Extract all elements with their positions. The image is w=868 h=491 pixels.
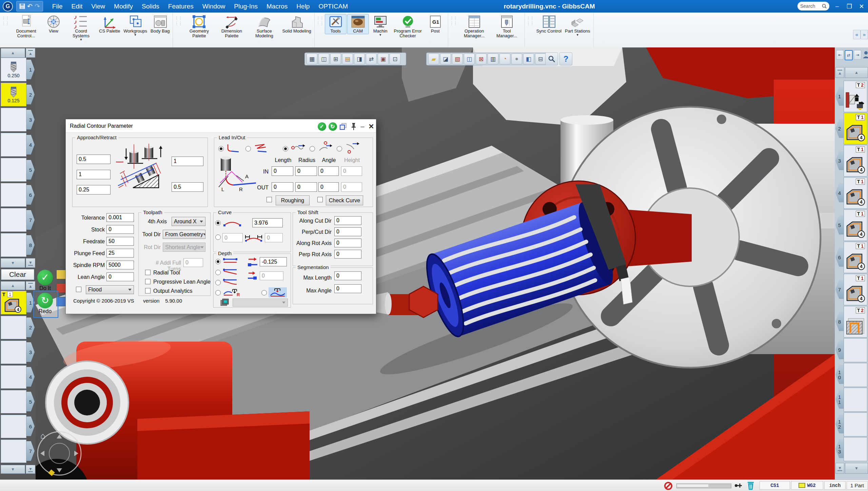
layers-icon[interactable] bbox=[220, 298, 231, 307]
op-slot-3-tab[interactable]: 3 bbox=[26, 342, 35, 362]
menu-window[interactable]: Window bbox=[198, 0, 230, 13]
tool-manager-button[interactable]: Tool Manager... bbox=[491, 14, 523, 39]
sync-left-icon[interactable]: ⇤ bbox=[836, 50, 844, 60]
help-icon[interactable]: ? bbox=[559, 53, 572, 65]
output-analytics-checkbox[interactable] bbox=[145, 288, 151, 293]
scroll-top-icon[interactable]: ▲ bbox=[26, 48, 35, 58]
op-slot-7-tab[interactable]: 7 bbox=[26, 441, 35, 461]
op-slot-6[interactable] bbox=[1, 415, 26, 438]
op-slot-2[interactable] bbox=[1, 316, 26, 339]
approach-cp2-field[interactable] bbox=[77, 170, 111, 179]
sphere-view-icon[interactable]: ● bbox=[511, 54, 522, 64]
trash-icon[interactable] bbox=[747, 481, 755, 490]
op-tile-10-empty[interactable] bbox=[844, 363, 867, 387]
lead-style-3-radio[interactable] bbox=[337, 146, 342, 151]
scroll-bottom-icon[interactable]: ▼ bbox=[835, 463, 844, 474]
scroll-up-icon[interactable]: ▲ bbox=[1, 48, 25, 58]
tool-dir-dropdown[interactable]: From Geometry bbox=[163, 230, 205, 239]
geometry-palette-button[interactable]: Geometry Palette bbox=[183, 14, 215, 39]
lead-style-1-radio[interactable] bbox=[283, 146, 288, 151]
retract-cp2-field[interactable] bbox=[172, 182, 203, 192]
op-slot-3[interactable] bbox=[1, 341, 26, 364]
op-slot-5[interactable] bbox=[1, 390, 26, 413]
tool-slot-4[interactable] bbox=[1, 133, 26, 157]
menu-macros[interactable]: Macros bbox=[262, 0, 292, 13]
coolant-checkbox[interactable] bbox=[76, 287, 81, 292]
menu-features[interactable]: Features bbox=[164, 0, 198, 13]
navigation-ball[interactable]: ⌂ bbox=[36, 427, 124, 479]
scroll-bottom-icon[interactable]: ▼ bbox=[26, 258, 35, 268]
pane-view-icon[interactable]: ◫ bbox=[464, 54, 475, 64]
redo-icon[interactable]: ↷ bbox=[35, 3, 40, 9]
tool-slot-5[interactable] bbox=[1, 158, 26, 182]
group-drag-handle[interactable]: ⋮⋮⋮⋮ bbox=[1, 16, 9, 26]
scroll-bottom-icon[interactable]: ▼ bbox=[26, 465, 35, 474]
dialog-redo-icon[interactable]: ↻ bbox=[328, 122, 337, 131]
op-tile-7-tab[interactable]: 7 bbox=[835, 280, 844, 299]
lead-out-radius-field[interactable] bbox=[295, 182, 317, 192]
op-tile-11-empty[interactable] bbox=[844, 388, 867, 412]
interrupt-icon[interactable] bbox=[664, 482, 673, 490]
op-tile-13-tab[interactable]: 13 bbox=[835, 439, 844, 458]
minus-pane-icon[interactable]: ⊟ bbox=[535, 54, 546, 64]
curve-full-radio[interactable] bbox=[215, 220, 221, 226]
dialog-accept-icon[interactable]: ✓ bbox=[317, 122, 326, 131]
view-grid-icon[interactable]: ▦ bbox=[307, 54, 317, 64]
approach-cp1-field[interactable] bbox=[77, 155, 111, 164]
scroll-top-icon[interactable]: ▲ bbox=[835, 67, 844, 78]
view-swap-icon[interactable]: ⇄ bbox=[366, 54, 377, 64]
dimension-palette-button[interactable]: Dimension Palette bbox=[216, 14, 248, 39]
save-icon[interactable] bbox=[19, 3, 25, 9]
op-tile-11-tab[interactable]: 11 bbox=[835, 390, 844, 409]
plunge-feed-field[interactable] bbox=[106, 249, 134, 258]
radial-tool-checkbox[interactable] bbox=[145, 270, 151, 275]
tool-slot-1[interactable]: 0.250 bbox=[1, 58, 26, 81]
solid-modeling-button[interactable]: Solid Modeling bbox=[281, 14, 312, 34]
sync-control-button[interactable]: Sync Control bbox=[535, 14, 563, 34]
op-tile-8-tab[interactable]: 8 bbox=[835, 312, 844, 331]
op-tile-1-turning[interactable]: T2 bbox=[844, 81, 867, 112]
op-tile-8-drilling[interactable]: T2 bbox=[844, 306, 867, 337]
workgroup-indicator[interactable]: WG2 bbox=[791, 481, 823, 490]
op-tile-3-tab[interactable]: 3 bbox=[835, 151, 844, 170]
view-half-icon[interactable]: ◨ bbox=[354, 54, 365, 64]
tolerance-field[interactable] bbox=[106, 213, 134, 222]
curve-partial-radio[interactable] bbox=[215, 234, 221, 240]
op-tile-1-tab[interactable]: 1 bbox=[835, 87, 844, 106]
4th-axis-dropdown[interactable]: Around X bbox=[172, 217, 205, 226]
op-slot-1-selected[interactable]: T 1 4 bbox=[1, 291, 26, 314]
post-button[interactable]: G1 Post bbox=[425, 14, 446, 34]
lead-arc-radio[interactable] bbox=[218, 146, 224, 151]
tool-slot-3-tab[interactable]: 3 bbox=[26, 110, 35, 129]
lead-style-2-radio[interactable] bbox=[310, 146, 315, 151]
menu-view[interactable]: View bbox=[87, 0, 110, 13]
palette-folder-icon[interactable] bbox=[56, 270, 66, 279]
lead-out-length-field[interactable] bbox=[272, 182, 293, 192]
op-tile-9-empty[interactable] bbox=[844, 338, 867, 362]
roughing-button[interactable]: Roughing bbox=[276, 196, 310, 205]
cs-indicator[interactable]: CS1 bbox=[760, 481, 790, 490]
clear-button[interactable]: Clear bbox=[1, 269, 34, 280]
workgroup-folder-icon[interactable]: ▰ bbox=[428, 54, 439, 64]
op-tile-6-tab[interactable]: 6 bbox=[835, 248, 844, 267]
op-tile-10-tab[interactable]: 10 bbox=[835, 365, 844, 384]
op-tile-5-tab[interactable]: 5 bbox=[835, 216, 844, 234]
corner-view-icon[interactable]: ◪ bbox=[440, 54, 451, 64]
tool-slot-6-tab[interactable]: 6 bbox=[26, 185, 35, 205]
tool-slot-5-tab[interactable]: 5 bbox=[26, 160, 35, 180]
depth-radius-radio[interactable] bbox=[215, 290, 221, 295]
tools-button[interactable]: Tools bbox=[325, 14, 347, 34]
perp-rot-axis-field[interactable] bbox=[334, 250, 361, 259]
operation-manager-button[interactable]: Operation Manager... bbox=[458, 14, 490, 39]
op-tile-7-contour[interactable]: T1 4 bbox=[844, 274, 867, 305]
surface-modeling-button[interactable]: Surface Modeling bbox=[248, 14, 280, 39]
max-length-field[interactable] bbox=[334, 271, 361, 280]
op-tile-13-empty[interactable] bbox=[844, 437, 867, 461]
redo-op-button[interactable]: ↻ Redo bbox=[34, 293, 56, 314]
approach-cp3-field[interactable] bbox=[77, 185, 111, 195]
scroll-up-icon[interactable]: ▲ bbox=[845, 67, 868, 78]
depth-value-field[interactable] bbox=[260, 257, 287, 266]
close-pane-icon[interactable]: ⊠ bbox=[476, 54, 487, 64]
view-add-pane-icon[interactable]: ⊞ bbox=[330, 54, 341, 64]
along-cut-dir-field[interactable] bbox=[334, 216, 361, 225]
